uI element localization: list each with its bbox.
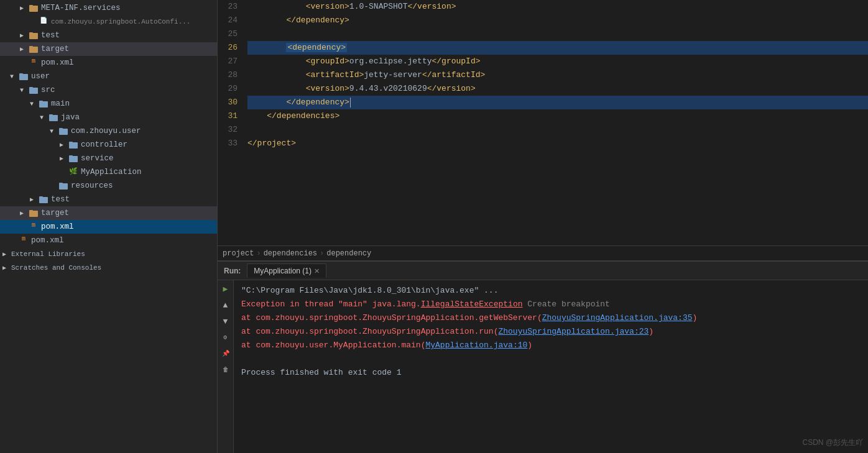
pin-button[interactable]: 📌 xyxy=(219,347,232,360)
sidebar-item-label: user xyxy=(31,72,50,81)
sidebar-item-target1[interactable]: target xyxy=(0,42,217,56)
run-output[interactable]: "C:\Program Files\Java\jdk1.8.0_301\bin\… xyxy=(234,280,868,453)
sidebar-item-user[interactable]: user xyxy=(0,70,217,83)
run-tab-title: MyApplication (1) xyxy=(254,267,312,275)
folder-icon xyxy=(29,85,39,95)
sidebar-item-pom-selected[interactable]: m pom.xml xyxy=(0,220,217,234)
sidebar-item-scratches[interactable]: Scratches and Consoles xyxy=(0,261,217,275)
folder-icon xyxy=(68,153,78,163)
sidebar-item-java[interactable]: java xyxy=(0,111,217,124)
svg-rect-1 xyxy=(29,5,33,7)
run-output-line: at com.zhouyu.springboot.ZhouyuSpringApp… xyxy=(241,311,861,325)
run-output-exit: Process finished with exit code 1 xyxy=(241,366,861,380)
folder-icon xyxy=(29,30,39,40)
scroll-up-button[interactable]: ▲ xyxy=(219,299,232,311)
sidebar-item-service[interactable]: service xyxy=(0,152,217,165)
code-line xyxy=(247,123,868,137)
breadcrumb-item[interactable]: dependencies xyxy=(264,249,317,258)
code-scroll[interactable]: 23 24 25 26 27 28 29 30 31 32 33 <versio… xyxy=(218,0,868,245)
code-line: </dependency> xyxy=(247,14,868,27)
sidebar-item-label: service xyxy=(81,154,114,163)
arrow-icon xyxy=(50,128,58,135)
svg-rect-21 xyxy=(59,183,63,185)
error-text: Exception in thread "main" java.lang. xyxy=(241,300,421,309)
line-num: 30 xyxy=(220,96,238,109)
scroll-down-button[interactable]: ▼ xyxy=(219,315,232,327)
arrow-icon xyxy=(60,155,68,162)
arrow-icon xyxy=(2,250,11,258)
sidebar-item-src[interactable]: src xyxy=(0,83,217,97)
run-output-line: "C:\Program Files\Java\jdk1.8.0_301\bin\… xyxy=(241,284,861,298)
main-area: META-INF.services 📄 com.zhouyu.springboo… xyxy=(0,0,868,453)
stack-link[interactable]: MyApplication.java:10 xyxy=(425,341,527,350)
sidebar-item-meta-inf[interactable]: META-INF.services xyxy=(0,1,217,15)
sidebar-item-label: target xyxy=(41,45,69,53)
sidebar-item-main[interactable]: main xyxy=(0,97,217,111)
breadcrumb-sep: › xyxy=(256,249,261,258)
breadcrumb-sep: › xyxy=(320,249,324,258)
arrow-icon xyxy=(2,264,11,272)
sidebar-item-target2[interactable]: target xyxy=(0,206,217,220)
close-tab-button[interactable]: ✕ xyxy=(314,267,320,275)
code-line: </project> xyxy=(247,137,868,150)
svg-rect-7 xyxy=(19,73,23,75)
folder-icon xyxy=(29,208,39,218)
arrow-icon xyxy=(20,4,29,12)
line-num: 27 xyxy=(220,55,238,68)
svg-rect-3 xyxy=(29,32,33,34)
sidebar-item-label: META-INF.services xyxy=(41,4,121,12)
code-line: <version>1.0-SNAPSHOT</version> xyxy=(247,0,868,14)
sidebar-item-pom-root[interactable]: m pom.xml xyxy=(0,234,217,247)
breadcrumb: project › dependencies › dependency xyxy=(218,245,868,260)
sidebar-item-label: test xyxy=(51,195,70,204)
pom-file-icon: m xyxy=(19,236,29,245)
sidebar-item-com-zhouyu-user[interactable]: com.zhouyu.user xyxy=(0,124,217,138)
pom-file-icon: m xyxy=(29,222,39,232)
arrow-icon xyxy=(20,45,29,53)
sidebar-item-label: pom.xml xyxy=(41,58,74,67)
pom-file-icon: m xyxy=(29,58,39,68)
arrow-icon xyxy=(30,101,39,108)
sidebar-item-autoconfig[interactable]: 📄 com.zhouyu.springboot.AutoConfi... xyxy=(0,15,217,29)
arrow-icon xyxy=(10,73,19,80)
sidebar-item-test1[interactable]: test xyxy=(0,29,217,42)
stack-link[interactable]: ZhouyuSpringApplication.java:35 xyxy=(542,313,693,323)
code-line: <version>9.4.43.v20210629</version> xyxy=(247,82,868,96)
run-tab[interactable]: MyApplication (1) ✕ xyxy=(247,263,326,278)
bp-text[interactable]: Create breakpoint xyxy=(522,300,609,309)
code-line: </dependency> xyxy=(247,96,868,109)
sidebar-item-label: pom.xml xyxy=(41,222,74,231)
arrow-icon xyxy=(60,141,68,149)
folder-icon xyxy=(48,112,58,122)
arrow-icon xyxy=(20,87,29,94)
sidebar-item-label: test xyxy=(41,31,60,40)
breadcrumb-item[interactable]: project xyxy=(223,249,254,258)
sidebar-item-test2[interactable]: test xyxy=(0,193,217,206)
sidebar-item-myapplication[interactable]: 🌿 MyApplication xyxy=(0,165,217,179)
sidebar-item-external-libs[interactable]: External Libraries xyxy=(0,247,217,261)
clear-button[interactable]: 🗑 xyxy=(219,364,232,376)
sidebar-item-resources[interactable]: resources xyxy=(0,179,217,193)
breadcrumb-item[interactable]: dependency xyxy=(326,249,371,258)
settings-button[interactable]: ⚙ xyxy=(219,331,232,344)
line-num: 24 xyxy=(220,14,238,27)
run-button[interactable]: ▶ xyxy=(219,283,232,295)
svg-rect-5 xyxy=(29,46,33,48)
line-num: 26 xyxy=(220,41,238,55)
svg-rect-9 xyxy=(29,87,33,89)
sidebar-item-controller[interactable]: controller xyxy=(0,138,217,152)
folder-icon xyxy=(39,99,48,109)
run-toolbar: ▶ ▲ ▼ ⚙ 📌 🗑 xyxy=(218,280,234,453)
exception-type: IllegalStateException xyxy=(421,300,523,309)
sidebar-item-label: controller xyxy=(81,140,127,149)
line-num: 29 xyxy=(220,82,238,96)
sidebar-item-pom1[interactable]: m pom.xml xyxy=(0,56,217,70)
folder-icon xyxy=(58,126,68,136)
run-output-line xyxy=(241,352,861,366)
code-content[interactable]: <version>1.0-SNAPSHOT</version> </depend… xyxy=(242,0,868,245)
stack-end: ) xyxy=(527,341,532,350)
arrow-icon xyxy=(30,196,39,203)
stack-link[interactable]: ZhouyuSpringApplication.java:23 xyxy=(498,327,649,336)
run-output-line: at com.zhouyu.user.MyApplication.main(My… xyxy=(241,339,861,352)
folder-icon xyxy=(58,181,68,191)
